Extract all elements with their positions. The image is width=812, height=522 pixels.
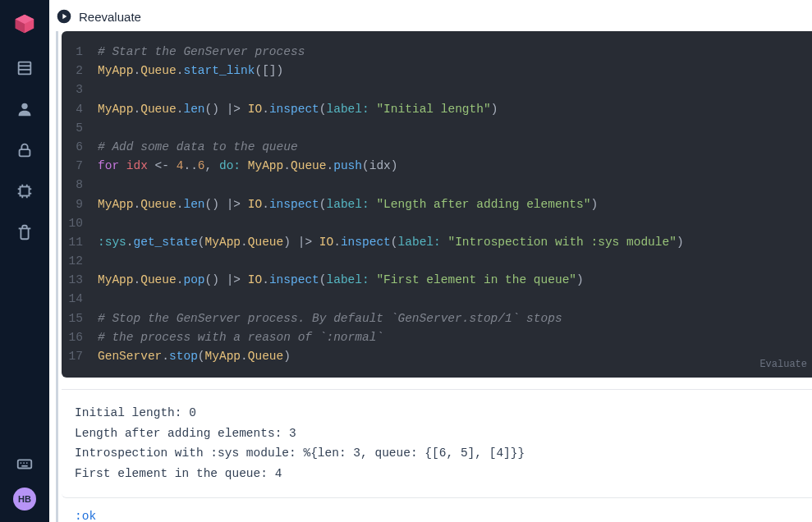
cell-toolbar: Reevaluate xyxy=(49,8,812,31)
output-line: Introspection with :sys module: %{len: 3… xyxy=(75,443,799,464)
svg-point-6 xyxy=(21,103,27,109)
app-logo-icon[interactable] xyxy=(12,10,37,34)
line-number: 10 xyxy=(62,214,98,233)
user-avatar[interactable]: HB xyxy=(13,488,36,511)
code-line[interactable]: 8 xyxy=(62,176,802,195)
code-line[interactable]: 5 xyxy=(62,119,802,138)
code-line[interactable]: 13MyApp.Queue.pop() |> IO.inspect(label:… xyxy=(62,271,802,290)
code-content[interactable]: # the process with a reason of `:normal` xyxy=(98,328,383,347)
lock-icon[interactable] xyxy=(16,141,34,159)
main-content: Reevaluate 1# Start the GenServer proces… xyxy=(49,0,812,522)
code-line[interactable]: 17GenServer.stop(MyApp.Queue) xyxy=(62,347,802,366)
trash-icon[interactable] xyxy=(16,223,34,241)
code-line[interactable]: 11:sys.get_state(MyApp.Queue) |> IO.insp… xyxy=(62,233,802,252)
code-line[interactable]: 1# Start the GenServer process xyxy=(62,43,802,62)
svg-rect-8 xyxy=(21,187,30,196)
line-number: 2 xyxy=(62,62,98,80)
output-panel: Initial length: 0Length after adding ele… xyxy=(62,389,812,498)
code-content[interactable]: # Start the GenServer process xyxy=(98,43,305,62)
code-content[interactable]: MyApp.Queue.pop() |> IO.inspect(label: "… xyxy=(98,271,584,290)
code-content[interactable]: MyApp.Queue.start_link([]) xyxy=(98,62,283,80)
sidebar-nav xyxy=(16,59,34,241)
runtime-icon[interactable] xyxy=(16,182,34,200)
line-number: 5 xyxy=(62,119,98,138)
line-number: 7 xyxy=(62,157,98,176)
evaluated-hint: Evaluate xyxy=(759,357,807,373)
keyboard-icon[interactable] xyxy=(16,455,34,473)
play-icon[interactable] xyxy=(56,8,72,25)
code-line[interactable]: 10 xyxy=(62,214,802,233)
line-number: 13 xyxy=(62,271,98,290)
line-number: 16 xyxy=(62,328,98,347)
code-content[interactable]: :sys.get_state(MyApp.Queue) |> IO.inspec… xyxy=(98,233,684,252)
svg-rect-3 xyxy=(19,62,31,75)
line-number: 17 xyxy=(62,347,98,366)
sidebar: HB xyxy=(0,0,49,522)
line-number: 15 xyxy=(62,309,98,328)
line-number: 14 xyxy=(62,290,98,309)
line-number: 1 xyxy=(62,43,98,62)
code-content[interactable]: # Stop the GenServer process. By default… xyxy=(98,309,562,328)
code-line[interactable]: 9MyApp.Queue.len() |> IO.inspect(label: … xyxy=(62,195,802,214)
line-number: 9 xyxy=(62,195,98,214)
cell-wrapper: 1# Start the GenServer process2MyApp.Que… xyxy=(56,31,812,522)
code-content[interactable]: # Add some data to the queue xyxy=(98,138,298,157)
line-number: 8 xyxy=(62,176,98,195)
code-content[interactable]: MyApp.Queue.len() |> IO.inspect(label: "… xyxy=(98,195,598,214)
svg-rect-7 xyxy=(20,149,30,156)
code-line[interactable]: 16# the process with a reason of `:norma… xyxy=(62,328,802,347)
output-line: First element in the queue: 4 xyxy=(75,464,799,484)
line-number: 12 xyxy=(62,252,98,271)
reevaluate-button[interactable]: Reevaluate xyxy=(79,10,141,24)
code-line[interactable]: 6# Add some data to the queue xyxy=(62,138,802,157)
code-line[interactable]: 4MyApp.Queue.len() |> IO.inspect(label: … xyxy=(62,100,802,119)
code-content[interactable]: MyApp.Queue.len() |> IO.inspect(label: "… xyxy=(98,100,498,119)
code-content[interactable]: GenServer.stop(MyApp.Queue) xyxy=(98,347,291,366)
line-number: 6 xyxy=(62,138,98,157)
line-number: 3 xyxy=(62,80,98,99)
code-content[interactable]: for idx <- 4..6, do: MyApp.Queue.push(id… xyxy=(98,157,398,176)
code-line[interactable]: 2MyApp.Queue.start_link([]) xyxy=(62,62,802,80)
code-line[interactable]: 14 xyxy=(62,290,802,309)
code-line[interactable]: 12 xyxy=(62,252,802,271)
code-line[interactable]: 3 xyxy=(62,80,802,99)
code-line[interactable]: 15# Stop the GenServer process. By defau… xyxy=(62,309,802,328)
svg-rect-17 xyxy=(18,460,32,468)
sidebar-bottom: HB xyxy=(13,455,36,511)
result-value: :ok xyxy=(62,498,812,522)
sections-icon[interactable] xyxy=(16,59,34,77)
code-line[interactable]: 7for idx <- 4..6, do: MyApp.Queue.push(i… xyxy=(62,157,802,176)
line-number: 4 xyxy=(62,100,98,119)
output-line: Length after adding elements: 3 xyxy=(75,424,799,444)
code-editor[interactable]: 1# Start the GenServer process2MyApp.Que… xyxy=(62,31,812,378)
user-icon[interactable] xyxy=(16,100,34,118)
output-line: Initial length: 0 xyxy=(75,403,799,424)
line-number: 11 xyxy=(62,233,98,252)
